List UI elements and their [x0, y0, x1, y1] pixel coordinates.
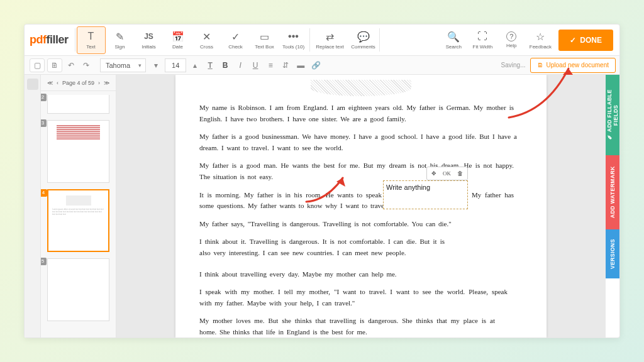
- logo-filler: filler: [46, 33, 68, 46]
- next-page-button[interactable]: ›: [98, 80, 100, 86]
- initials-tool[interactable]: JSInitials: [135, 26, 164, 54]
- search-icon: 🔍: [447, 30, 460, 43]
- main-toolbar: pdffiller TText ✎Sign JSInitials 📅Date ✕…: [25, 25, 619, 56]
- paragraph: I speak with my mother. I tell my mother…: [199, 287, 508, 309]
- more-tools[interactable]: •••Tools (10): [279, 26, 308, 54]
- check-icon: ✓: [231, 30, 240, 43]
- fit-width-icon: ⛶: [477, 30, 487, 43]
- redo-button[interactable]: ↷: [79, 58, 94, 72]
- undo-button[interactable]: ↶: [64, 58, 79, 72]
- text-color[interactable]: T: [203, 58, 218, 72]
- add-fillable-fields-tab[interactable]: ✎ ADD FILLABLE FIELDS: [606, 75, 619, 155]
- help-tool[interactable]: ?Help: [497, 26, 526, 54]
- replace-text-tool[interactable]: ⇄Replace text: [311, 26, 349, 54]
- last-page-button[interactable]: ≫: [104, 80, 109, 86]
- calendar-icon: 📅: [172, 30, 184, 43]
- format-toolbar: ▢ 🗎 ↶ ↷ Tahoma ▾ 14 ▴ T B I U ≡ ⇵ ▬ 🔗 Sa…: [25, 56, 619, 75]
- font-size-dec[interactable]: ▾: [148, 58, 164, 72]
- text-icon: T: [88, 30, 94, 43]
- paragraph: I think about travelling every day. Mayb…: [199, 269, 523, 280]
- page-nav: ≪ ‹ Page 4 of 59 › ≫: [41, 75, 116, 91]
- check-tool[interactable]: ✓Check: [221, 26, 250, 54]
- logo-pdf: pdf: [30, 33, 46, 46]
- replace-icon: ⇄: [326, 30, 334, 43]
- feedback-tool[interactable]: ☆Feedback: [526, 26, 555, 54]
- fill-color[interactable]: ▬: [293, 58, 308, 72]
- side-tabs: ✎ ADD FILLABLE FIELDS ADD WATERMARK VERS…: [606, 75, 619, 337]
- upload-icon: 🗎: [537, 62, 543, 69]
- paragraph: My father is a good businessman. We have…: [199, 131, 517, 153]
- sign-icon: ✎: [116, 30, 124, 43]
- upload-document-button[interactable]: 🗎Upload new document: [530, 58, 616, 73]
- underline-button[interactable]: U: [248, 58, 263, 72]
- new-page[interactable]: 🗎: [47, 58, 62, 72]
- paragraph: My name is Robinson. I am from England. …: [199, 102, 514, 124]
- annotation-ok-button[interactable]: OK: [441, 168, 453, 178]
- more-icon: •••: [288, 30, 299, 43]
- bold-button[interactable]: B: [218, 58, 233, 72]
- vertical-align[interactable]: ⇵: [278, 58, 293, 72]
- annotation-toolbar: ✥ OK 🗑: [426, 167, 468, 180]
- paragraph: My mother loves me. But she thinks that …: [199, 315, 495, 337]
- cross-tool[interactable]: ✕Cross: [192, 26, 221, 54]
- link-button[interactable]: 🔗: [308, 58, 323, 72]
- thumbnail[interactable]: 3: [47, 120, 109, 183]
- font-size-field[interactable]: 14: [165, 58, 186, 72]
- done-button[interactable]: ✓DONE: [558, 30, 613, 51]
- fit-width-tool[interactable]: ⛶Fit Width: [468, 26, 497, 54]
- comments-tool[interactable]: 💬Comments: [349, 26, 378, 54]
- text-tool[interactable]: TText: [77, 26, 106, 54]
- done-check-icon: ✓: [570, 36, 576, 45]
- add-watermark-tab[interactable]: ADD WATERMARK: [606, 155, 619, 229]
- help-icon: ?: [506, 31, 516, 41]
- page-counter: Page 4 of 59: [62, 80, 94, 86]
- textbox-tool[interactable]: ▭Text Box: [250, 26, 279, 54]
- panel-toggle[interactable]: ▢: [30, 58, 45, 72]
- align-button[interactable]: ≡: [263, 58, 278, 72]
- thumbnail[interactable]: 4 Lorem ipsum dolor sit amet text text t…: [47, 189, 109, 252]
- italic-button[interactable]: I: [233, 58, 248, 72]
- page[interactable]: My name is Robinson. I am from England. …: [175, 75, 547, 337]
- cross-icon: ✕: [203, 30, 211, 43]
- first-page-button[interactable]: ≪: [47, 80, 53, 86]
- feedback-icon: ☆: [536, 30, 545, 43]
- paragraph: My father says, "Travelling is dangerous…: [199, 219, 470, 230]
- textbox-icon: ▭: [260, 30, 269, 43]
- font-size-inc[interactable]: ▴: [187, 58, 203, 72]
- document-area[interactable]: My name is Robinson. I am from England. …: [116, 75, 606, 337]
- comments-icon: 💬: [357, 30, 370, 43]
- sign-tool[interactable]: ✎Sign: [106, 26, 135, 54]
- left-rail: [25, 75, 41, 337]
- font-family-select[interactable]: Tahoma: [100, 58, 146, 72]
- text-annotation[interactable]: ✥ OK 🗑 Write anything: [383, 180, 468, 209]
- rail-icon[interactable]: [27, 79, 38, 90]
- logo: pdffiller: [30, 33, 74, 47]
- prev-page-button[interactable]: ‹: [57, 80, 58, 86]
- thumbnail[interactable]: 5: [47, 258, 109, 321]
- search-tool[interactable]: 🔍Search: [439, 26, 468, 54]
- paragraph: I think about it. Travelling is dangerou…: [199, 236, 445, 258]
- illustration: [311, 80, 411, 96]
- versions-tab[interactable]: VERSIONS: [606, 229, 619, 278]
- thumbnail-panel: ≪ ‹ Page 4 of 59 › ≫ 2 3 4 Lorem ipsum d…: [41, 75, 116, 337]
- annotation-textbox[interactable]: Write anything: [383, 180, 468, 209]
- thumbnail[interactable]: 2: [47, 95, 109, 114]
- move-icon[interactable]: ✥: [430, 168, 438, 178]
- initials-icon: JS: [144, 30, 153, 43]
- date-tool[interactable]: 📅Date: [164, 26, 192, 54]
- saving-status: Saving...: [501, 62, 526, 69]
- delete-icon[interactable]: 🗑: [455, 168, 465, 178]
